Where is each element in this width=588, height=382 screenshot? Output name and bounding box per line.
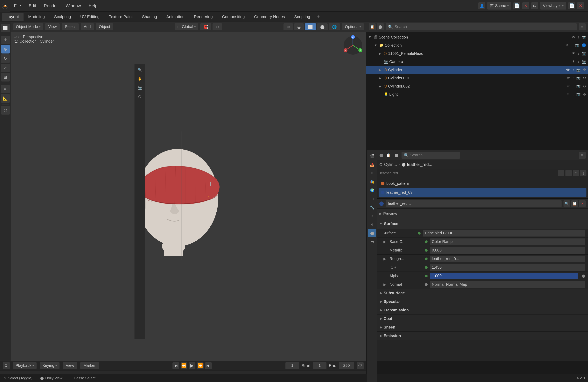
close-viewlayer-btn[interactable]: ✕ [577, 2, 584, 9]
prev-frame-btn[interactable]: ⏪ [181, 362, 187, 369]
material-browse-btn[interactable]: 🔍 [564, 200, 570, 207]
add-btn[interactable]: Add [81, 23, 94, 30]
render-btn[interactable]: 🌐 [329, 23, 340, 30]
hand-btn[interactable]: ✋ [136, 75, 144, 83]
playback-dropdown[interactable]: Playback ▾ [13, 362, 37, 369]
roughness-expand-icon[interactable]: ▶ [382, 257, 387, 261]
specular-header[interactable]: ▶ Specular [377, 297, 588, 306]
femalehead-row[interactable]: ▶ ⬡ 11091_FemaleHead... 👁 ↕ 📷 [366, 49, 588, 58]
proportional-edit-btn[interactable]: ⊙ [212, 23, 222, 30]
scene-restrict-view-icon[interactable]: 👁 [572, 35, 575, 39]
base-color-expand-icon[interactable]: ▶ [382, 240, 387, 244]
props-object-tab[interactable]: ⬡ [368, 195, 376, 203]
menu-help[interactable]: Help [85, 0, 101, 11]
base-color-value[interactable]: Color Ramp [430, 238, 585, 245]
select-box-btn[interactable]: ⬜ [1, 24, 10, 32]
props-icon-type-btn[interactable]: ⬤ [393, 152, 400, 159]
emission-header[interactable]: ▶ Emission [377, 332, 588, 340]
outliner-search-box[interactable]: 🔍 Search [386, 23, 577, 30]
tab-rendering[interactable]: Rendering [189, 13, 217, 21]
cylinder002-render-icon[interactable]: 📷 [576, 84, 581, 88]
preview-section-header[interactable]: ▶ Preview [377, 209, 588, 219]
light-row[interactable]: 💡 Light 👁 ↕ 📷 ⚙ [366, 90, 588, 98]
new-scene-btn[interactable]: 📄 [513, 2, 520, 9]
light-view-icon[interactable]: 👁 [567, 92, 570, 96]
cursor-btn[interactable]: ✛ [1, 36, 10, 44]
props-modifier-tab[interactable]: 🔧 [368, 203, 376, 212]
measure-btn[interactable]: 📐 [1, 94, 10, 103]
scale-btn[interactable]: ⤢ [1, 64, 10, 72]
props-data-tab[interactable]: 🗃 [368, 238, 376, 246]
breadcrumb-cylinder[interactable]: Cylin... [384, 162, 397, 167]
cylinder-select-icon[interactable]: ↕ [572, 68, 574, 72]
rotate-btn[interactable]: ↻ [1, 54, 10, 63]
light-select-icon[interactable]: ↕ [572, 92, 574, 96]
outliner-filter-btn[interactable]: ≡ [579, 23, 586, 30]
transmission-header[interactable]: ▶ Transmission [377, 306, 588, 315]
props-material-tab[interactable]: ⬤ [368, 229, 376, 237]
timeline-view-btn[interactable]: View [63, 362, 77, 369]
cylinder002-select-icon[interactable]: ↕ [572, 84, 574, 88]
cylinder001-render-icon[interactable]: 📷 [576, 76, 581, 80]
normal-expand-icon[interactable]: ▶ [382, 282, 387, 287]
navigation-gizmo[interactable]: Z X Y [342, 35, 364, 56]
viewport-3d[interactable]: User Perspective (1) Collection | Cylind… [11, 32, 366, 361]
outliner-icon-btn[interactable]: ⬤ [377, 23, 384, 30]
new-viewlayer-btn[interactable]: 📄 [568, 2, 575, 9]
collection-view-icon[interactable]: 👁 [565, 43, 569, 47]
camera-row[interactable]: 📷 Camera 👁 ↕ 📷 [366, 58, 588, 66]
props-display-type-btn[interactable]: 📋 [385, 152, 392, 159]
clock-icon-btn[interactable]: ⏱ [357, 362, 364, 369]
scene-selector[interactable]: 🎬 Scene ▾ [487, 2, 511, 10]
props-physics-tab[interactable]: ⚛ [368, 221, 376, 229]
surface-type-value[interactable]: Principled BSDF [423, 230, 585, 236]
add-cube-btn[interactable]: ⬡ [1, 106, 10, 115]
camera-select-icon[interactable]: ↕ [578, 60, 579, 64]
tab-modeling[interactable]: Modeling [23, 13, 49, 21]
alpha-value[interactable]: 1.000 [430, 273, 578, 279]
add-workspace-btn[interactable]: + [315, 13, 322, 20]
ortho-btn[interactable]: ⬡ [136, 93, 144, 101]
tab-sculpting[interactable]: Sculpting [49, 13, 75, 21]
coat-header[interactable]: ▶ Coat [377, 315, 588, 323]
tab-shading[interactable]: Shading [137, 13, 162, 21]
menu-render[interactable]: Render [40, 0, 62, 11]
light-render-icon[interactable]: 📷 [576, 92, 581, 96]
overlay-btn[interactable]: ⊕ [284, 23, 293, 30]
ior-value[interactable]: 1.450 [430, 264, 585, 271]
remove-material-btn[interactable]: − [566, 170, 572, 176]
options-btn[interactable]: Options ▾ [342, 23, 364, 30]
props-world-tab[interactable]: 🌍 [368, 186, 376, 194]
props-view-tab[interactable]: 👁 [368, 169, 376, 177]
normal-value[interactable]: Normal Normal Map [430, 281, 585, 288]
cylinder002-row[interactable]: ▶ ⬡ Cylinder.002 👁 ↕ 📷 ⚙ [366, 82, 588, 90]
cylinder-row[interactable]: ▶ ⬡ Cylinder 👁 ↕ 📷 ⚙ [366, 66, 588, 74]
cylinder-render-icon[interactable]: 📷 [576, 68, 581, 72]
tab-texture-paint[interactable]: Texture Paint [104, 13, 137, 21]
cylinder-extra-icon[interactable]: ⚙ [583, 68, 586, 72]
scene-icon-btn[interactable]: 👤 [478, 2, 485, 9]
light-extra-icon[interactable]: ⚙ [583, 92, 586, 96]
subsurface-header[interactable]: ▶ Subsurface [377, 289, 588, 297]
play-btn[interactable]: ▶ [189, 362, 195, 369]
tab-geometry-nodes[interactable]: Geometry Nodes [250, 13, 290, 21]
camera-view-icon[interactable]: 👁 [572, 60, 575, 64]
surface-section-header[interactable]: ▼ Surface [377, 219, 588, 229]
xray-btn[interactable]: ◎ [294, 23, 304, 30]
timeline-marker-btn[interactable]: Marker [80, 362, 99, 369]
material-unlink-btn[interactable]: ✕ [579, 200, 586, 207]
sheen-header[interactable]: ▶ Sheen [377, 323, 588, 332]
cylinder001-extra-icon[interactable]: ⚙ [583, 76, 586, 80]
cylinder002-view-icon[interactable]: 👁 [567, 84, 570, 88]
cylinder001-view-icon[interactable]: 👁 [567, 76, 570, 80]
scene-restrict-select-icon[interactable]: ↕ [578, 35, 579, 39]
props-scene-tab[interactable]: 🎭 [368, 178, 376, 186]
scene-collection-row[interactable]: ▼ 🎬 Scene Collection 👁 ↕ 📷 [366, 33, 588, 41]
alpha-extra-btn[interactable]: ⬤ [582, 274, 585, 278]
solid-btn[interactable]: ⬜ [305, 23, 316, 30]
start-frame-input[interactable]: 1 [313, 362, 326, 369]
cylinder001-select-icon[interactable]: ↕ [572, 76, 574, 80]
view-btn[interactable]: View [45, 23, 60, 30]
renderlayer-icon[interactable]: 🗂 [531, 2, 538, 9]
tab-compositing[interactable]: Compositing [217, 13, 250, 21]
